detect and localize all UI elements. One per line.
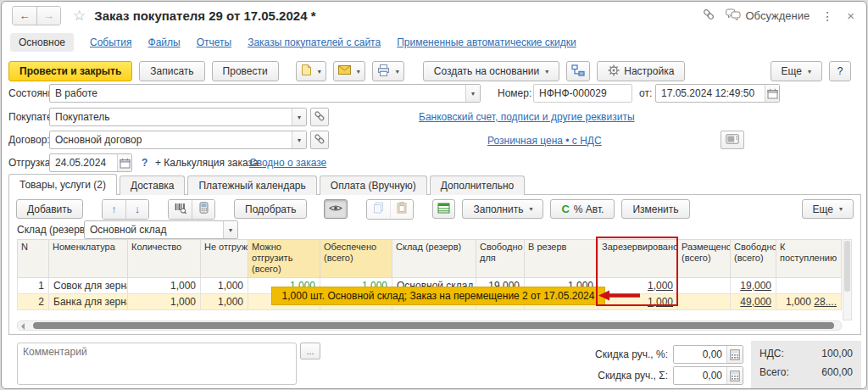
reserved-link[interactable]: 1,000 — [648, 296, 673, 308]
discussion-button[interactable]: Обсуждение — [726, 8, 810, 24]
more-actions-button[interactable]: Еще ▾ — [771, 61, 822, 81]
horizontal-scrollbar[interactable] — [17, 320, 842, 331]
state-combobox[interactable]: В работе ▾ — [49, 84, 481, 103]
auto-discount-button[interactable]: C % Авт. — [550, 199, 615, 219]
shipment-date-input[interactable]: 24.05.2024 — [49, 153, 132, 172]
paste-rows-button[interactable] — [390, 200, 413, 219]
date-input[interactable]: 17.05.2024 12:49:50 — [655, 84, 780, 103]
copy-rows-button[interactable] — [367, 200, 390, 219]
vertical-scrollbar[interactable] — [843, 239, 852, 320]
send-email-split-button[interactable]: ▾ — [333, 61, 365, 81]
customer-open-button[interactable] — [310, 108, 329, 126]
edit-button[interactable]: Изменить — [621, 199, 689, 219]
settings-button[interactable]: Настройка — [597, 61, 685, 81]
tab-main[interactable]: Основное — [10, 33, 74, 52]
data-terminal-button[interactable] — [192, 200, 214, 219]
scroll-left-icon[interactable] — [21, 323, 25, 330]
cell-n[interactable]: 2 — [18, 293, 49, 309]
cell-quantity[interactable]: 1,000 — [128, 293, 201, 309]
tab-files[interactable]: Файлы — [148, 36, 181, 48]
dropdown-icon[interactable]: ▾ — [465, 85, 480, 102]
free-total-link[interactable]: 49,000 — [740, 296, 771, 308]
discount-pct-input[interactable] — [674, 346, 726, 363]
calendar-icon[interactable] — [765, 85, 779, 102]
tab-site-orders[interactable]: Заказы покупателей с сайта — [248, 36, 381, 48]
help-button[interactable]: ? — [829, 61, 851, 81]
create-document-split-button[interactable]: ▾ — [296, 61, 326, 81]
comment-input[interactable] — [17, 343, 297, 385]
add-row-button[interactable]: Добавить — [16, 199, 83, 219]
dropdown-icon[interactable]: ▾ — [292, 131, 306, 148]
tab-delivery[interactable]: Доставка — [120, 176, 186, 195]
price-panel-button[interactable] — [721, 131, 744, 149]
contract-open-button[interactable] — [310, 131, 329, 149]
cell-reserved[interactable]: 1,000 — [598, 293, 678, 309]
back-button[interactable]: ← — [13, 7, 36, 25]
contract-combobox[interactable]: Основной договор ▾ — [49, 131, 307, 149]
favorite-star-icon[interactable]: ☆ — [73, 7, 86, 25]
discount-sum-input[interactable] — [674, 367, 726, 384]
cell-placed[interactable] — [678, 277, 731, 293]
cell-free-total[interactable]: 49,000 — [731, 293, 776, 309]
cell-incoming[interactable] — [776, 277, 842, 293]
comment-expand-button[interactable]: ... — [300, 343, 320, 359]
col-in-reserve: В резерв — [525, 240, 598, 278]
page-title: Заказ покупателя 29 от 17.05.2024 * — [94, 8, 315, 23]
calendar-icon[interactable] — [117, 154, 131, 171]
post-button[interactable]: Провести — [212, 61, 279, 81]
tab-payment-calendar[interactable]: Платежный календарь — [187, 176, 316, 195]
cell-not-shipped[interactable]: 1,000 — [201, 277, 248, 293]
horizontal-scroll-thumb[interactable] — [33, 322, 834, 329]
vertical-scroll-thumb[interactable] — [844, 241, 850, 292]
dropdown-icon[interactable]: ▾ — [223, 221, 237, 238]
cell-free-total[interactable]: 19,000 — [731, 277, 776, 293]
get-link-icon[interactable] — [702, 8, 715, 24]
create-based-on-button[interactable]: Создать на основании ▾ — [423, 61, 560, 81]
cell-incoming[interactable]: 1,000 28.... — [776, 293, 842, 309]
more-menu-icon[interactable]: ⋮ — [820, 9, 835, 23]
shipment-hint-icon[interactable]: ? — [142, 157, 147, 169]
move-down-button[interactable]: ↓ — [125, 200, 148, 219]
save-button[interactable]: Записать — [139, 61, 204, 81]
cell-not-shipped[interactable]: 1,000 — [201, 293, 248, 309]
tab-goods-services[interactable]: Товары, услуги (2) — [8, 174, 117, 195]
order-summary-link[interactable]: Сводно о заказе — [249, 157, 326, 169]
cell-nomenclature[interactable]: Совок для зерна — [49, 277, 128, 293]
barcode-scan-button[interactable] — [169, 200, 192, 219]
tab-reports[interactable]: Отчеты — [197, 36, 231, 48]
dropdown-icon[interactable]: ▾ — [292, 109, 306, 125]
cell-nomenclature[interactable]: Банка для зерна — [49, 293, 128, 309]
price-type-link[interactable]: Розничная цена • с НДС — [487, 135, 602, 147]
close-icon[interactable]: × — [845, 8, 856, 23]
tab-auto-discounts[interactable]: Примененные автоматические скидки — [397, 36, 576, 48]
cell-quantity[interactable]: 1,000 — [128, 277, 201, 293]
table-more-button[interactable]: Еще ▾ — [802, 199, 854, 219]
cell-placed[interactable] — [678, 293, 731, 309]
incoming-date-link[interactable]: 28.... — [814, 296, 837, 308]
warehouse-combobox[interactable]: Основной склад ▾ — [84, 220, 238, 239]
tab-events[interactable]: События — [90, 36, 132, 48]
calculator-icon[interactable] — [726, 346, 743, 363]
tab-additional[interactable]: Дополнительно — [430, 176, 525, 195]
calculator-icon[interactable] — [726, 367, 743, 384]
free-total-link[interactable]: 19,000 — [740, 280, 771, 292]
stock-table-button[interactable] — [432, 199, 455, 219]
post-and-close-button[interactable]: Провести и закрыть — [8, 61, 132, 81]
cell-n[interactable]: 1 — [18, 277, 49, 293]
bank-details-link[interactable]: Банковский счет, подписи и другие реквиз… — [419, 111, 635, 123]
fill-button[interactable]: Заполнить ▾ — [462, 199, 543, 219]
state-value: В работе — [50, 85, 465, 102]
number-input[interactable]: НФНФ-000029 — [533, 84, 632, 103]
nav-tabs: Основное События Файлы Отчеты Заказы пок… — [2, 30, 866, 54]
reserved-link[interactable]: 1,000 — [648, 280, 673, 292]
cell-reserved[interactable]: 1,000 — [598, 277, 678, 293]
tab-payment-manual[interactable]: Оплата (Вручную) — [320, 176, 427, 195]
pick-items-button[interactable]: Подобрать — [234, 199, 307, 219]
move-up-button[interactable]: ↑ — [103, 200, 125, 219]
stock-view-toggle-button[interactable] — [324, 199, 348, 219]
forward-button[interactable]: → — [36, 7, 60, 25]
print-split-button[interactable]: ▾ — [372, 61, 404, 81]
customer-combobox[interactable]: Покупатель ▾ — [49, 108, 307, 126]
order-calculation-button[interactable]: + Калькуляция заказа — [155, 157, 259, 169]
related-documents-button[interactable] — [566, 61, 590, 81]
